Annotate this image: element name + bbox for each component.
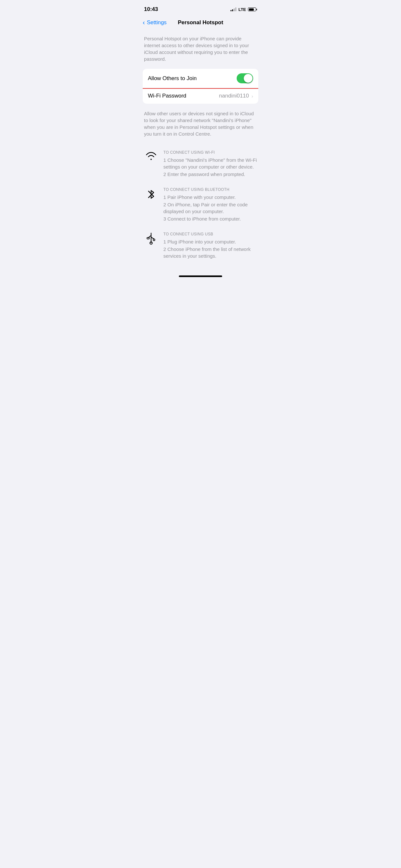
page-title: Personal Hotspot — [178, 20, 223, 26]
wifi-icon — [144, 150, 158, 160]
usb-step-1: 1 Plug iPhone into your computer. — [163, 238, 257, 245]
svg-point-1 — [150, 242, 152, 244]
wifi-instruction: TO CONNECT USING WI-FI 1 Choose "Nandini… — [144, 150, 257, 178]
status-time: 10:43 — [144, 6, 158, 12]
wifi-instruction-title: TO CONNECT USING WI-FI — [163, 150, 257, 155]
chevron-right-icon: › — [251, 93, 253, 99]
bt-step-3: 3 Connect to iPhone from computer. — [163, 215, 257, 222]
back-button[interactable]: ‹ Settings — [143, 19, 166, 26]
instructions-section: TO CONNECT USING WI-FI 1 Choose "Nandini… — [143, 145, 258, 260]
svg-point-5 — [153, 239, 155, 241]
lte-label: LTE — [238, 7, 246, 12]
wifi-password-right: nandini0110 › — [219, 93, 253, 99]
main-content: Personal Hotspot on your iPhone can prov… — [137, 30, 264, 260]
status-right-icons: LTE — [230, 7, 257, 12]
allow-others-label: Allow Others to Join — [148, 75, 197, 82]
usb-instruction: TO CONNECT USING USB 1 Plug iPhone into … — [144, 232, 257, 260]
battery-icon — [248, 7, 257, 11]
back-chevron-icon: ‹ — [143, 19, 145, 26]
bluetooth-instruction: TO CONNECT USING BLUETOOTH 1 Pair iPhone… — [144, 187, 257, 223]
wifi-password-value: nandini0110 — [219, 93, 249, 99]
usb-instruction-title: TO CONNECT USING USB — [163, 232, 257, 237]
wifi-step-2: 2 Enter the password when prompted. — [163, 171, 257, 178]
bt-step-1: 1 Pair iPhone with your computer. — [163, 194, 257, 200]
wifi-password-label: Wi-Fi Password — [148, 93, 186, 99]
wifi-instruction-content: TO CONNECT USING WI-FI 1 Choose "Nandini… — [163, 150, 257, 178]
back-label: Settings — [147, 20, 166, 26]
home-bar — [179, 275, 222, 277]
footer-description: Allow other users or devices not signed … — [143, 109, 258, 145]
usb-instruction-content: TO CONNECT USING USB 1 Plug iPhone into … — [163, 232, 257, 260]
usb-icon — [144, 232, 158, 245]
top-description: Personal Hotspot on your iPhone can prov… — [143, 30, 258, 69]
wifi-password-row[interactable]: Wi-Fi Password nandini0110 › — [143, 88, 258, 104]
wifi-step-1: 1 Choose "Nandini's iPhone" from the Wi-… — [163, 157, 257, 170]
bluetooth-icon — [144, 187, 158, 201]
nav-bar: ‹ Settings Personal Hotspot — [137, 16, 264, 30]
svg-rect-3 — [147, 237, 149, 239]
allow-others-row[interactable]: Allow Others to Join — [143, 69, 258, 88]
toggle-thumb — [244, 74, 252, 83]
bluetooth-instruction-title: TO CONNECT USING BLUETOOTH — [163, 187, 257, 192]
signal-icon — [230, 7, 236, 11]
status-bar: 10:43 LTE — [137, 0, 264, 16]
home-indicator — [137, 269, 264, 281]
svg-line-4 — [151, 237, 154, 239]
settings-card: Allow Others to Join Wi-Fi Password nand… — [143, 69, 258, 104]
bt-step-2: 2 On iPhone, tap Pair or enter the code … — [163, 201, 257, 215]
bluetooth-instruction-content: TO CONNECT USING BLUETOOTH 1 Pair iPhone… — [163, 187, 257, 223]
allow-others-toggle[interactable] — [237, 73, 253, 83]
usb-step-2: 2 Choose iPhone from the list of network… — [163, 246, 257, 259]
